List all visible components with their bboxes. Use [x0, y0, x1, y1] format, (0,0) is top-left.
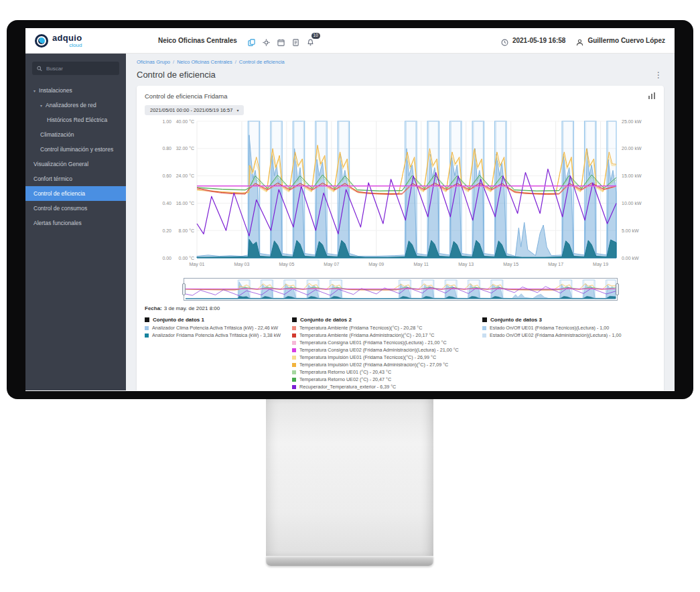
- svg-text:8.00 °C: 8.00 °C: [179, 228, 194, 233]
- legend-swatch: [292, 378, 296, 382]
- svg-text:0.40: 0.40: [162, 201, 171, 206]
- svg-text:May 09: May 09: [368, 262, 384, 267]
- legend-group: Conjunto de datos 3Estado On/Off UE01 (F…: [482, 317, 636, 338]
- search-box[interactable]: [32, 62, 119, 75]
- svg-text:16.00 °C: 16.00 °C: [176, 201, 194, 206]
- svg-text:5.00 kW: 5.00 kW: [622, 228, 639, 233]
- date-range-value: 2021/05/01 00:00 - 2021/05/19 16:57: [150, 107, 232, 113]
- legend-group-swatch: [292, 317, 297, 322]
- sidebar-item[interactable]: Control iluminación y estores: [25, 142, 126, 157]
- gear-icon[interactable]: [263, 37, 270, 44]
- logo-brand-text: adquio: [52, 33, 82, 42]
- sidebar-item-label: Control de consumos: [33, 205, 87, 212]
- user-name[interactable]: Guillermo Cuervo López: [587, 37, 665, 44]
- legend-swatch: [292, 385, 296, 389]
- svg-text:10.00 kW: 10.00 kW: [622, 201, 642, 206]
- svg-text:0.60: 0.60: [162, 173, 171, 178]
- legend-item[interactable]: Estado On/Off UE01 (Fridama Técnicos)(Le…: [482, 325, 636, 331]
- legend-item[interactable]: Analizador Fridama Potencia Activa Trifá…: [145, 332, 277, 338]
- sidebar-item-label: Confort térmico: [33, 175, 72, 182]
- header-user-area: 2021-05-19 16:58 Guillermo Cuervo López: [501, 37, 675, 44]
- legend-item[interactable]: Temperatura Retorno UE02 (°C) - 20,47 °C: [292, 376, 468, 382]
- chart-card-title: Control de eficiencia Fridama: [145, 92, 228, 100]
- legend-item[interactable]: Recuperador_Temperatura_exterior - 6,39 …: [292, 384, 468, 390]
- legend-group-swatch: [145, 317, 149, 322]
- chart-type-icon[interactable]: [648, 92, 656, 100]
- svg-text:May 03: May 03: [234, 262, 249, 267]
- legend-item[interactable]: Estado On/Off UE02 (Fridama Administraci…: [482, 332, 636, 338]
- legend-label: Temperatura Retorno UE01 (°C) - 20,43 °C: [299, 369, 391, 375]
- legend-label: Temperatura Impulsión UE02 (Fridama Admi…: [299, 362, 448, 368]
- sidebar-item[interactable]: Climatización: [25, 127, 126, 142]
- sidebar-item[interactable]: Confort térmico: [25, 171, 126, 186]
- search-input[interactable]: [46, 66, 115, 72]
- legend-label: Temperatura Retorno UE02 (°C) - 20,47 °C: [299, 376, 391, 382]
- svg-text:1.00: 1.00: [162, 119, 171, 124]
- legend-swatch: [292, 326, 296, 330]
- legend-group-swatch: [482, 317, 487, 322]
- copy-icon[interactable]: [248, 37, 255, 44]
- legend-swatch: [292, 356, 296, 360]
- sidebar-item[interactable]: Visualización General: [25, 157, 126, 171]
- chart-card: Control de eficiencia Fridama 2021/05/01…: [137, 86, 664, 390]
- adquio-logo-icon: [35, 34, 48, 48]
- cursor-date: Fecha:3 de may. de 2021 8:00: [145, 305, 656, 311]
- sidebar-item[interactable]: Históricos Red Eléctrica: [25, 113, 126, 127]
- breadcrumb-item[interactable]: Oficinas Grupo: [137, 59, 170, 65]
- legend-label: Temperatura Ambiente (Fridama Técnicos)(…: [299, 325, 422, 331]
- sidebar-item[interactable]: ▾Analizadores de red: [25, 98, 126, 113]
- svg-text:May 01: May 01: [190, 262, 205, 267]
- svg-text:25.00 kW: 25.00 kW: [622, 119, 642, 124]
- legend-label: Temperatura Ambiente (Fridama Administra…: [299, 332, 434, 338]
- notification-badge: 10: [311, 33, 320, 39]
- legend-group-title: Conjunto de datos 1: [145, 317, 277, 323]
- legend-item[interactable]: Temperatura Ambiente (Fridama Técnicos)(…: [292, 325, 468, 331]
- sidebar-item[interactable]: Control de consumos: [25, 201, 126, 216]
- monitor-stand-base: [266, 556, 433, 566]
- adquio-logo[interactable]: adquio cloud: [25, 33, 126, 48]
- chart-navigator[interactable]: [184, 278, 618, 301]
- cursor-date-label: Fecha:: [145, 305, 162, 311]
- navigator-handle-left[interactable]: [182, 283, 186, 295]
- notifications-button[interactable]: 10: [307, 37, 314, 44]
- search-icon: [37, 66, 42, 72]
- legend-item[interactable]: Analizador Clima Potencia Activa Trifási…: [145, 325, 277, 331]
- page-title: Control de eficiencia: [137, 70, 216, 80]
- breadcrumb-item[interactable]: Neico Oficinas Centrales: [177, 59, 232, 65]
- sidebar-item-label: Visualización General: [33, 161, 88, 167]
- legend-label: Analizador Clima Potencia Activa Trifási…: [152, 325, 278, 331]
- legend-item[interactable]: Temperatura Impulsión UE01 (Fridama Técn…: [292, 354, 468, 360]
- svg-text:15.00 kW: 15.00 kW: [622, 173, 642, 178]
- breadcrumb-item[interactable]: Control de eficiencia: [239, 59, 285, 65]
- sidebar-item-label: Control de eficiencia: [33, 190, 85, 197]
- legend-swatch: [482, 334, 486, 338]
- legend-item[interactable]: Temperatura Consigna UE02 (Fridama Admin…: [292, 347, 468, 353]
- legend-swatch: [482, 326, 486, 330]
- date-range-picker[interactable]: 2021/05/01 00:00 - 2021/05/19 16:57 ▾: [145, 105, 244, 115]
- legend-group: Conjunto de datos 1Analizador Clima Pote…: [145, 317, 277, 338]
- legend-item[interactable]: Temperatura Retorno UE01 (°C) - 20,43 °C: [292, 369, 468, 375]
- clock-icon: [501, 37, 508, 44]
- monitor-stand: [266, 399, 433, 556]
- app-header: adquio cloud Neico Oficinas Centrales: [25, 28, 675, 54]
- legend-item[interactable]: Temperatura Impulsión UE02 (Fridama Admi…: [292, 362, 468, 368]
- legend-item[interactable]: Temperatura Consigna UE01 (Fridama Técni…: [292, 340, 468, 346]
- calendar-icon[interactable]: [277, 37, 285, 44]
- legend-label: Estado On/Off UE02 (Fridama Administraci…: [490, 332, 621, 338]
- main-chart[interactable]: May 01May 03May 05May 07May 09May 11May …: [145, 117, 655, 277]
- site-title: Neico Oficinas Centrales: [158, 37, 237, 44]
- sidebar: ▾Instalaciones▾Analizadores de redHistór…: [25, 54, 126, 390]
- kebab-menu-icon[interactable]: ⋮: [653, 70, 664, 80]
- user-icon[interactable]: [576, 37, 583, 44]
- report-icon[interactable]: [292, 37, 299, 44]
- sidebar-item-label: Analizadores de red: [46, 102, 96, 108]
- sidebar-item[interactable]: ▾Instalaciones: [25, 83, 126, 98]
- svg-text:0.00 °C: 0.00 °C: [179, 256, 194, 261]
- svg-text:May 19: May 19: [593, 262, 608, 267]
- sidebar-item-label: Climatización: [40, 131, 74, 138]
- legend-item[interactable]: Temperatura Ambiente (Fridama Administra…: [292, 332, 468, 338]
- sidebar-item[interactable]: Alertas funcionales: [25, 216, 126, 230]
- navigator-handle-right[interactable]: [616, 283, 619, 295]
- svg-text:May 13: May 13: [458, 262, 474, 267]
- sidebar-item[interactable]: Control de eficiencia: [25, 186, 126, 201]
